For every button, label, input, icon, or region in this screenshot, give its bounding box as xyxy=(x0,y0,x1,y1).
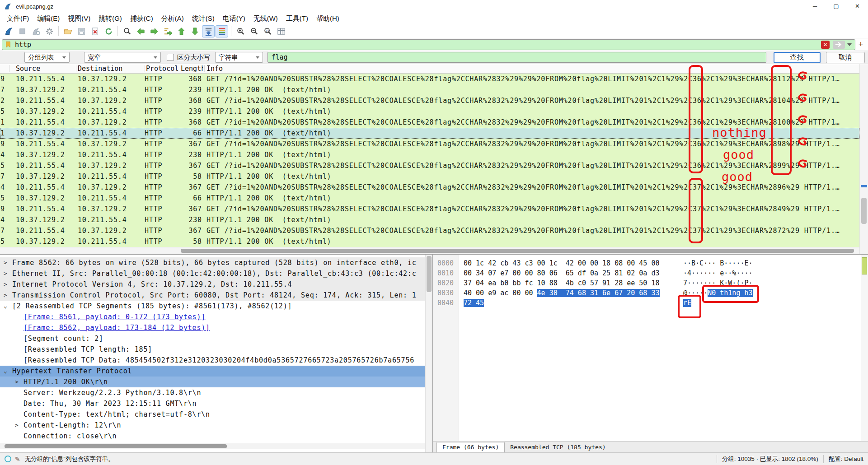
close-file-icon[interactable] xyxy=(89,25,101,37)
column-header-length[interactable]: Length xyxy=(181,64,203,73)
scrollbar-thumb[interactable] xyxy=(862,257,867,274)
hex-row[interactable]: 004072 45rE xyxy=(433,298,868,308)
hex-ascii[interactable]: ·4······ e··%···· xyxy=(683,268,753,278)
packet-row[interactable]: 410.37.129.210.211.55.4HTTP230HTTP/1.1 2… xyxy=(0,214,859,225)
filter-dropdown-caret[interactable] xyxy=(847,43,852,46)
cancel-button[interactable]: 取消 xyxy=(826,52,865,63)
detail-line[interactable]: >Ethernet II, Src: Parallel_00:00:18 (00… xyxy=(0,268,432,279)
detail-line[interactable]: Content-Type: text/html; charset=utf-8\r… xyxy=(0,409,432,420)
menu-item-3[interactable]: 跳转(G) xyxy=(94,13,126,24)
column-separator[interactable] xyxy=(76,65,76,72)
go-back-icon[interactable] xyxy=(134,25,147,37)
expand-arrow-icon[interactable]: > xyxy=(4,290,8,301)
menu-item-9[interactable]: 工具(T) xyxy=(282,13,312,24)
collapse-arrow-icon[interactable]: ⌄ xyxy=(4,301,8,312)
hex-ascii[interactable]: @·····N0 th1ng h3 xyxy=(683,288,753,298)
detail-line[interactable]: >Internet Protocol Version 4, Src: 10.37… xyxy=(0,279,432,290)
apply-filter-icon[interactable] xyxy=(833,41,845,49)
packet-row[interactable]: 710.37.129.210.211.55.4HTTP58HTTP/1.1 20… xyxy=(0,171,859,182)
detail-line[interactable]: ⌄Hypertext Transfer Protocol xyxy=(0,366,432,377)
detail-line[interactable]: [Reassembled TCP Data: 485454502f312e312… xyxy=(0,355,432,366)
display-filter-input[interactable]: http ✕ xyxy=(2,39,855,50)
go-to-packet-icon[interactable] xyxy=(161,25,174,37)
hex-row[interactable]: 003040 00 e9 ac 00 00 4e 30 74 68 31 6e … xyxy=(433,288,868,298)
reload-icon[interactable] xyxy=(102,25,115,37)
search-type-select[interactable]: 字符串 xyxy=(215,52,263,63)
add-filter-button[interactable]: + xyxy=(855,40,866,49)
packet-row[interactable]: 710.37.129.210.211.55.4HTTP239HTTP/1.1 2… xyxy=(0,84,859,95)
packet-row[interactable]: 110.37.129.210.211.55.4HTTP66HTTP/1.1 20… xyxy=(0,128,859,139)
zoom-in-icon[interactable] xyxy=(234,25,247,37)
bytes-pane-vscrollbar[interactable] xyxy=(861,255,868,441)
detail-line[interactable]: >Transmission Control Protocol, Src Port… xyxy=(0,290,432,301)
hex-ascii[interactable]: rE xyxy=(683,298,691,308)
menu-item-1[interactable]: 编辑(E) xyxy=(33,13,64,24)
menu-item-2[interactable]: 视图(V) xyxy=(64,13,94,24)
packet-row[interactable]: 510.37.129.210.211.55.4HTTP239HTTP/1.1 2… xyxy=(0,106,859,117)
detail-line[interactable]: [Segment count: 2] xyxy=(0,333,432,344)
menu-item-7[interactable]: 电话(Y) xyxy=(219,13,249,24)
details-hscrollbar[interactable] xyxy=(0,443,425,449)
clear-filter-icon[interactable]: ✕ xyxy=(821,41,830,49)
hex-row[interactable]: 000000 1c 42 cb 43 c3 00 1c 42 00 00 18 … xyxy=(433,258,868,268)
packet-row[interactable]: 910.211.55.410.37.129.2HTTP367GET /?id=1… xyxy=(0,204,859,214)
scrollbar-thumb[interactable] xyxy=(861,198,867,224)
packet-list-hscrollbar[interactable] xyxy=(0,247,859,254)
column-separator[interactable] xyxy=(9,65,9,72)
hex-row[interactable]: 002037 04 ea b0 bb fc 10 88 4b c0 57 91 … xyxy=(433,278,868,288)
scrollbar-thumb[interactable] xyxy=(427,256,432,292)
open-file-icon[interactable] xyxy=(61,25,74,37)
expand-arrow-icon[interactable]: > xyxy=(4,257,8,268)
detail-line[interactable]: >HTTP/1.1 200 OK\r\n xyxy=(0,377,432,387)
profile-label[interactable]: 配置: Default xyxy=(829,455,863,463)
packet-row[interactable]: 510.37.129.210.211.55.4HTTP58HTTP/1.1 20… xyxy=(0,236,859,247)
detail-line[interactable]: [Reassembled TCP length: 185] xyxy=(0,344,432,355)
expand-arrow-icon[interactable]: > xyxy=(15,420,19,431)
minimize-button[interactable]: ─ xyxy=(804,0,826,13)
capture-comment-icon[interactable]: ✎ xyxy=(15,456,20,463)
column-separator[interactable] xyxy=(180,65,180,72)
hex-bytes[interactable]: 72 45 xyxy=(464,298,484,308)
packet-row[interactable]: 910.211.55.410.37.129.2HTTP368GET /?id=1… xyxy=(0,74,859,84)
scrollbar-thumb[interactable] xyxy=(5,444,227,448)
case-sensitive-checkbox[interactable] xyxy=(167,54,174,61)
detail-line[interactable]: [Frame: 8562, payload: 173-184 (12 bytes… xyxy=(0,322,432,333)
search-input[interactable]: flag xyxy=(267,52,766,63)
hex-ascii[interactable]: ··B·C··· B·····E· xyxy=(683,258,753,268)
packet-list-vscrollbar[interactable] xyxy=(859,64,868,254)
column-header-protocol[interactable]: Protocol xyxy=(146,64,178,73)
expand-arrow-icon[interactable]: > xyxy=(4,279,8,290)
packet-row[interactable]: 910.211.55.410.37.129.2HTTP367GET /?id=1… xyxy=(0,139,859,149)
save-file-icon[interactable] xyxy=(75,25,88,37)
search-width-select[interactable]: 宽窄 xyxy=(84,52,161,63)
hex-row[interactable]: 001000 34 07 e7 00 00 80 06 65 df 0a 25 … xyxy=(433,268,868,278)
maximize-button[interactable]: ▢ xyxy=(826,0,847,13)
zoom-out-icon[interactable] xyxy=(248,25,260,37)
capture-options-icon[interactable] xyxy=(43,25,56,37)
hex-bytes[interactable]: 00 34 07 e7 00 00 80 06 65 df 0a 25 81 0… xyxy=(464,268,659,278)
restart-icon[interactable] xyxy=(29,25,42,37)
hex-bytes[interactable]: 40 00 e9 ac 00 00 4e 30 74 68 31 6e 67 2… xyxy=(464,288,660,298)
zoom-original-icon[interactable]: 1:1 xyxy=(261,25,274,37)
column-header-info[interactable]: Info xyxy=(206,64,223,73)
collapse-arrow-icon[interactable]: ⌄ xyxy=(4,366,8,377)
hex-bytes[interactable]: 37 04 ea b0 bb fc 10 88 4b c0 57 91 28 e… xyxy=(464,278,659,288)
close-button[interactable]: ✕ xyxy=(847,0,868,13)
detail-line[interactable]: >Content-Length: 12\r\n xyxy=(0,420,432,431)
resize-columns-icon[interactable] xyxy=(275,25,287,37)
expand-arrow-icon[interactable]: > xyxy=(4,268,8,279)
packet-row[interactable]: 510.211.55.410.37.129.2HTTP367GET /?id=1… xyxy=(0,160,859,171)
colorize-icon[interactable] xyxy=(216,25,228,37)
column-header-destination[interactable]: Destination xyxy=(78,64,122,73)
packet-row[interactable]: 410.211.55.410.37.129.2HTTP367GET /?id=1… xyxy=(0,182,859,193)
packet-row[interactable]: 110.211.55.410.37.129.2HTTP368GET /?id=1… xyxy=(0,117,859,128)
go-up-icon[interactable] xyxy=(175,25,188,37)
hex-bytes[interactable]: 00 1c 42 cb 43 c3 00 1c 42 00 00 18 08 0… xyxy=(464,258,659,268)
auto-scroll-icon[interactable] xyxy=(202,25,215,37)
hex-ascii[interactable]: 7······· K·W·(·P· xyxy=(683,278,753,288)
go-down-icon[interactable] xyxy=(188,25,201,37)
packet-row[interactable]: 510.37.129.210.211.55.4HTTP66HTTP/1.1 20… xyxy=(0,193,859,204)
column-separator[interactable] xyxy=(145,65,145,72)
menu-item-4[interactable]: 捕获(C) xyxy=(126,13,157,24)
detail-line[interactable]: Date: Thu, 30 Mar 2023 12:15:11 GMT\r\n xyxy=(0,398,432,409)
